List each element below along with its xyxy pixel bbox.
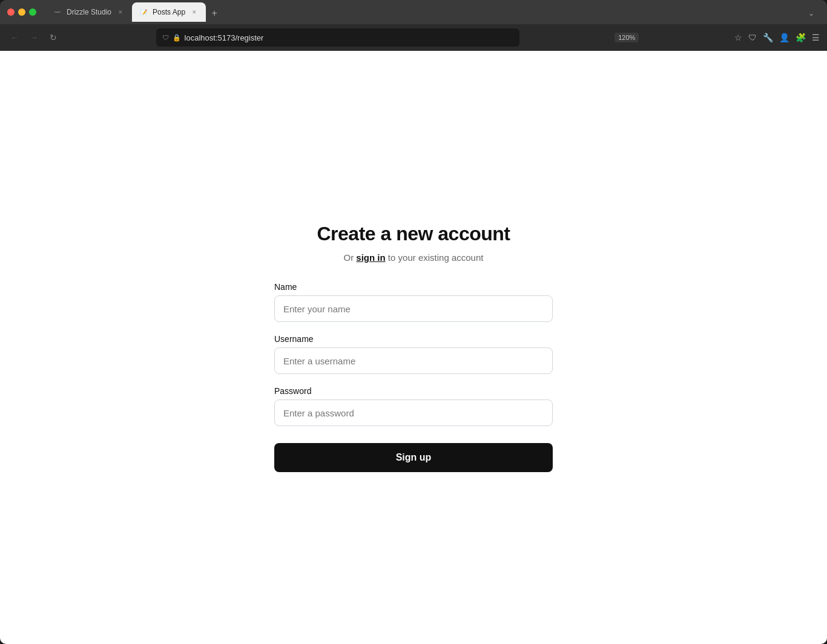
close-button[interactable] (7, 8, 15, 16)
tab-posts[interactable]: 📝 Posts App ✕ (132, 2, 206, 22)
address-input-wrap[interactable]: 🛡 🔒 localhost:5173/register (156, 28, 519, 47)
username-field-group: Username (274, 334, 553, 374)
address-url: localhost:5173/register (185, 33, 264, 42)
page-title: Create a new account (317, 223, 510, 245)
back-button[interactable]: ← (7, 30, 22, 45)
security-icon[interactable]: 🛡 (748, 33, 757, 42)
name-input[interactable] (274, 295, 553, 322)
posts-tab-close[interactable]: ✕ (190, 8, 199, 16)
name-field-group: Name (274, 282, 553, 322)
drizzle-favicon: 〰 (53, 8, 62, 16)
title-bar: 〰 Drizzle Studio ✕ 📝 Posts App ✕ + ⌄ (0, 0, 827, 24)
password-label: Password (274, 386, 553, 396)
address-bar: ← → ↻ 🛡 🔒 localhost:5173/register 120% ☆… (0, 24, 827, 51)
name-label: Name (274, 282, 553, 292)
drizzle-tab-label: Drizzle Studio (67, 8, 111, 16)
new-tab-button[interactable]: + (206, 5, 223, 22)
tab-drizzle[interactable]: 〰 Drizzle Studio ✕ (46, 2, 132, 22)
tab-list-button[interactable]: ⌄ (803, 5, 820, 22)
username-input[interactable] (274, 347, 553, 374)
drizzle-tab-close[interactable]: ✕ (116, 8, 125, 16)
lock-icon: 🔒 (173, 34, 181, 42)
subtitle-suffix: to your existing account (386, 252, 484, 263)
tab-bar: 〰 Drizzle Studio ✕ 📝 Posts App ✕ + ⌄ (46, 2, 820, 22)
maximize-button[interactable] (29, 8, 36, 16)
signup-button[interactable]: Sign up (274, 443, 553, 472)
register-form-container: Create a new account Or sign in to your … (262, 199, 565, 496)
page-content: Create a new account Or sign in to your … (0, 51, 827, 644)
sign-in-subtitle: Or sign in to your existing account (344, 252, 484, 263)
tools-icon[interactable]: 🔧 (763, 33, 773, 42)
password-input[interactable] (274, 399, 553, 426)
menu-icon[interactable]: ☰ (812, 33, 820, 42)
browser-window: 〰 Drizzle Studio ✕ 📝 Posts App ✕ + ⌄ ← →… (0, 0, 827, 644)
extensions-icon[interactable]: 🧩 (796, 33, 806, 42)
username-label: Username (274, 334, 553, 344)
traffic-lights (7, 8, 36, 16)
forward-button[interactable]: → (27, 30, 41, 45)
subtitle-prefix: Or (344, 252, 357, 263)
zoom-badge: 120% (614, 33, 639, 42)
minimize-button[interactable] (18, 8, 25, 16)
bookmark-icon[interactable]: ☆ (734, 33, 742, 42)
posts-favicon: 📝 (139, 8, 148, 16)
profile-icon[interactable]: 👤 (779, 33, 789, 42)
shield-icon: 🛡 (162, 34, 169, 41)
sign-in-link[interactable]: sign in (356, 252, 385, 263)
refresh-button[interactable]: ↻ (46, 30, 61, 45)
password-field-group: Password (274, 386, 553, 426)
posts-tab-label: Posts App (153, 8, 185, 16)
toolbar-icons: ☆ 🛡 🔧 👤 🧩 ☰ (734, 33, 820, 42)
